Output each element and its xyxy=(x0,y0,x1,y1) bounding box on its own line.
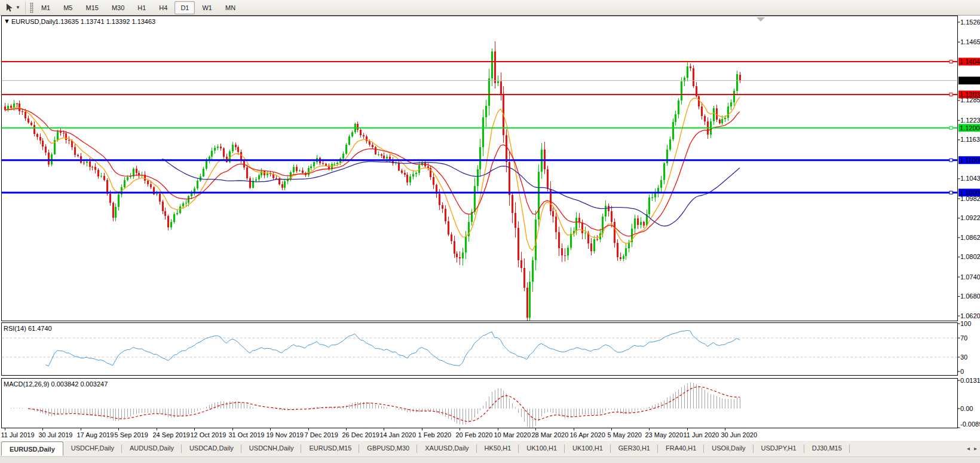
tab-dj30-m15[interactable]: DJ30,M15 xyxy=(804,441,850,456)
price-tick-label: 1.08620 xyxy=(960,234,980,241)
hline-price-label: 1.12004 xyxy=(960,124,980,132)
tab-uk100-h1[interactable]: UK100,H1 xyxy=(565,441,611,456)
tab-usdcad-daily[interactable]: USDCAD,Daily xyxy=(182,441,241,456)
chart-ohlc-label: 1.13635 1.13741 1.13392 1.13463 xyxy=(55,18,155,25)
price-tick-label: 1.09220 xyxy=(960,214,980,221)
toolbar-separator xyxy=(25,2,26,14)
price-tick-label: 1.10435 xyxy=(960,175,980,182)
date-label: 23 May 2020 xyxy=(645,431,684,438)
date-label: 17 Aug 2019 xyxy=(77,431,114,438)
price-tick-label: 1.14650 xyxy=(960,38,980,45)
tab-usdchf-daily[interactable]: USDCHF,Daily xyxy=(63,441,122,456)
tab-hk50-h1[interactable]: HK50,H1 xyxy=(477,441,519,456)
date-label: 10 Mar 2020 xyxy=(494,431,531,438)
date-label: 24 Sep 2019 xyxy=(153,431,190,438)
symbol-collapse-icon[interactable]: ▼ xyxy=(4,17,10,25)
tab-uk100-h1[interactable]: UK100,H1 xyxy=(519,441,565,456)
rsi-axis-label: 100 xyxy=(960,320,971,327)
date-label: 30 Jun 2020 xyxy=(721,431,758,438)
tabbar-bottom-strip xyxy=(0,456,980,463)
price-tick-label: 1.15265 xyxy=(960,19,980,26)
price-tick-label: 1.12235 xyxy=(960,117,980,124)
date-label: 16 Apr 2020 xyxy=(570,431,605,438)
timeframe-button-h4[interactable]: H4 xyxy=(153,1,173,14)
cursor-tool-icon xyxy=(5,3,14,13)
hline-handle[interactable] xyxy=(950,126,953,129)
tab-eurusd-m15[interactable]: EURUSD,M15 xyxy=(301,441,359,456)
hline-handle[interactable] xyxy=(950,93,953,96)
top-toolbar: ▼ M1M5M15M30H1H4D1W1MN xyxy=(0,0,980,16)
tab-usdjpy-h1[interactable]: USDJPY,H1 xyxy=(754,441,804,456)
timeframe-button-h1[interactable]: H1 xyxy=(131,1,152,14)
chart-canvas[interactable]: 1.140471.130341.120041.110091.100081.134… xyxy=(0,16,980,441)
date-label: 5 Sep 2019 xyxy=(115,431,148,438)
date-label: 19 Nov 2019 xyxy=(267,431,304,438)
date-label: 28 Mar 2020 xyxy=(532,431,569,438)
date-label: 7 Dec 2019 xyxy=(305,431,338,438)
timeframe-button-m1[interactable]: M1 xyxy=(35,1,56,14)
price-tick-label: 1.06805 xyxy=(960,293,980,300)
chart-symbol-label: EURUSD,Daily xyxy=(11,18,56,25)
tab-usoil-daily[interactable]: USOil,Daily xyxy=(704,441,753,456)
date-label: 12 Oct 2019 xyxy=(191,431,226,438)
tab-xauusd-daily[interactable]: XAUUSD,Daily xyxy=(417,441,476,456)
date-label: 5 May 2020 xyxy=(608,431,642,438)
macd-pane[interactable] xyxy=(2,379,958,428)
timeframe-button-m30[interactable]: M30 xyxy=(106,1,130,14)
date-label: 26 Dec 2019 xyxy=(342,431,379,438)
macd-indicator-label: MACD(12,26,9) 0.003842 0.003247 xyxy=(4,380,108,388)
hline-handle[interactable] xyxy=(950,60,953,63)
price-tick-label: 1.08020 xyxy=(960,253,980,260)
rsi-axis-label: 70 xyxy=(960,334,967,342)
timeframe-button-w1[interactable]: W1 xyxy=(196,1,218,14)
date-label: 31 Oct 2019 xyxy=(229,431,265,438)
price-tick-label: 1.09820 xyxy=(960,195,980,202)
tabs-scroll-right-icon[interactable]: ▸ xyxy=(974,445,977,452)
date-label: 11 Jun 2020 xyxy=(684,431,719,438)
date-label: 1 Feb 2020 xyxy=(418,431,452,438)
tab-ger30-h1[interactable]: GER30,H1 xyxy=(611,441,658,456)
toolbar-grip[interactable] xyxy=(30,2,33,13)
timeframe-button-d1[interactable]: D1 xyxy=(174,1,195,14)
rsi-axis-label: 0 xyxy=(960,368,964,375)
rsi-pane[interactable] xyxy=(2,323,958,376)
tab-gbpusd-m30[interactable]: GBPUSD,M30 xyxy=(359,441,417,456)
hline-price-label: 1.11009 xyxy=(960,157,980,164)
hline-price-label: 1.14047 xyxy=(960,58,980,65)
rsi-axis-label: 30 xyxy=(960,354,967,361)
macd-axis-label: 0.00 xyxy=(960,405,973,412)
date-label: 14 Jan 2020 xyxy=(380,431,416,438)
current-price-label: 1.13463 xyxy=(960,77,980,84)
chart-tabs-bar: EURUSD,DailyUSDCHF,DailyAUDUSD,DailyUSDC… xyxy=(0,441,980,463)
tab-eurusd-daily[interactable]: EURUSD,Daily xyxy=(1,441,63,456)
tab-audusd-daily[interactable]: AUDUSD,Daily xyxy=(122,441,182,456)
cursor-tool-button[interactable]: ▼ xyxy=(2,2,23,14)
price-tick-label: 1.12850 xyxy=(960,96,980,103)
macd-axis-label: -0.008933 xyxy=(960,421,980,428)
price-tick-label: 1.11635 xyxy=(960,136,980,143)
tab-usdcnh-daily[interactable]: USDCNH,Daily xyxy=(241,441,302,456)
tabs-scroll-left-icon[interactable]: ◂ xyxy=(967,445,970,452)
tab-fra40-h1[interactable]: FRA40,H1 xyxy=(658,441,704,456)
timeframe-button-m15[interactable]: M15 xyxy=(79,1,104,14)
date-label: 30 Jul 2019 xyxy=(39,431,73,438)
price-tick-label: 1.07405 xyxy=(960,273,980,281)
date-label: 11 Jul 2019 xyxy=(1,431,35,438)
cursor-tool-dropdown-icon[interactable]: ▼ xyxy=(16,5,20,10)
date-label: 20 Feb 2020 xyxy=(456,431,493,438)
rsi-indicator-label: RSI(14) 61.4740 xyxy=(4,325,52,332)
macd-axis-label: 0.013121 xyxy=(960,377,980,384)
hline-handle[interactable] xyxy=(950,191,953,194)
hline-handle[interactable] xyxy=(950,159,953,162)
timeframe-button-m5[interactable]: M5 xyxy=(57,1,78,14)
timeframe-button-mn[interactable]: MN xyxy=(219,1,241,14)
price-tick-label: 1.06205 xyxy=(960,312,980,319)
